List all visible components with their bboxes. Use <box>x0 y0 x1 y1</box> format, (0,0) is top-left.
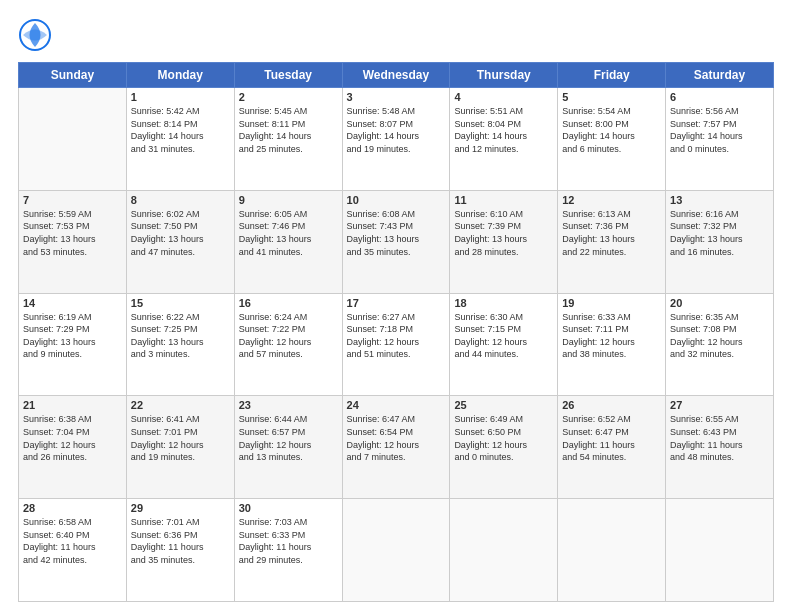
weekday-header-friday: Friday <box>558 63 666 88</box>
day-info: Sunrise: 7:03 AMSunset: 6:33 PMDaylight:… <box>239 516 338 566</box>
day-info: Sunrise: 6:44 AMSunset: 6:57 PMDaylight:… <box>239 413 338 463</box>
day-cell-27: 27Sunrise: 6:55 AMSunset: 6:43 PMDayligh… <box>666 396 774 499</box>
empty-cell <box>450 499 558 602</box>
day-number: 2 <box>239 91 338 103</box>
day-number: 6 <box>670 91 769 103</box>
day-cell-1: 1Sunrise: 5:42 AMSunset: 8:14 PMDaylight… <box>126 88 234 191</box>
day-number: 4 <box>454 91 553 103</box>
weekday-header-saturday: Saturday <box>666 63 774 88</box>
day-number: 24 <box>347 399 446 411</box>
weekday-header-sunday: Sunday <box>19 63 127 88</box>
day-cell-5: 5Sunrise: 5:54 AMSunset: 8:00 PMDaylight… <box>558 88 666 191</box>
day-number: 30 <box>239 502 338 514</box>
day-info: Sunrise: 6:02 AMSunset: 7:50 PMDaylight:… <box>131 208 230 258</box>
day-number: 10 <box>347 194 446 206</box>
day-info: Sunrise: 6:05 AMSunset: 7:46 PMDaylight:… <box>239 208 338 258</box>
day-info: Sunrise: 5:59 AMSunset: 7:53 PMDaylight:… <box>23 208 122 258</box>
day-cell-28: 28Sunrise: 6:58 AMSunset: 6:40 PMDayligh… <box>19 499 127 602</box>
week-row-5: 28Sunrise: 6:58 AMSunset: 6:40 PMDayligh… <box>19 499 774 602</box>
week-row-4: 21Sunrise: 6:38 AMSunset: 7:04 PMDayligh… <box>19 396 774 499</box>
day-number: 21 <box>23 399 122 411</box>
day-number: 1 <box>131 91 230 103</box>
day-cell-10: 10Sunrise: 6:08 AMSunset: 7:43 PMDayligh… <box>342 190 450 293</box>
day-number: 19 <box>562 297 661 309</box>
day-number: 22 <box>131 399 230 411</box>
day-number: 20 <box>670 297 769 309</box>
day-number: 28 <box>23 502 122 514</box>
day-info: Sunrise: 6:41 AMSunset: 7:01 PMDaylight:… <box>131 413 230 463</box>
day-cell-25: 25Sunrise: 6:49 AMSunset: 6:50 PMDayligh… <box>450 396 558 499</box>
day-info: Sunrise: 5:42 AMSunset: 8:14 PMDaylight:… <box>131 105 230 155</box>
day-number: 11 <box>454 194 553 206</box>
day-info: Sunrise: 5:45 AMSunset: 8:11 PMDaylight:… <box>239 105 338 155</box>
day-cell-7: 7Sunrise: 5:59 AMSunset: 7:53 PMDaylight… <box>19 190 127 293</box>
weekday-header-thursday: Thursday <box>450 63 558 88</box>
day-info: Sunrise: 6:27 AMSunset: 7:18 PMDaylight:… <box>347 311 446 361</box>
day-cell-4: 4Sunrise: 5:51 AMSunset: 8:04 PMDaylight… <box>450 88 558 191</box>
empty-cell <box>19 88 127 191</box>
day-number: 17 <box>347 297 446 309</box>
header <box>18 18 774 52</box>
calendar-page: SundayMondayTuesdayWednesdayThursdayFrid… <box>0 0 792 612</box>
day-number: 9 <box>239 194 338 206</box>
day-cell-6: 6Sunrise: 5:56 AMSunset: 7:57 PMDaylight… <box>666 88 774 191</box>
day-info: Sunrise: 6:30 AMSunset: 7:15 PMDaylight:… <box>454 311 553 361</box>
weekday-header-row: SundayMondayTuesdayWednesdayThursdayFrid… <box>19 63 774 88</box>
day-cell-14: 14Sunrise: 6:19 AMSunset: 7:29 PMDayligh… <box>19 293 127 396</box>
day-number: 3 <box>347 91 446 103</box>
day-number: 7 <box>23 194 122 206</box>
day-number: 15 <box>131 297 230 309</box>
day-info: Sunrise: 5:51 AMSunset: 8:04 PMDaylight:… <box>454 105 553 155</box>
day-cell-26: 26Sunrise: 6:52 AMSunset: 6:47 PMDayligh… <box>558 396 666 499</box>
day-cell-22: 22Sunrise: 6:41 AMSunset: 7:01 PMDayligh… <box>126 396 234 499</box>
day-cell-19: 19Sunrise: 6:33 AMSunset: 7:11 PMDayligh… <box>558 293 666 396</box>
day-info: Sunrise: 6:19 AMSunset: 7:29 PMDaylight:… <box>23 311 122 361</box>
day-number: 14 <box>23 297 122 309</box>
day-info: Sunrise: 6:08 AMSunset: 7:43 PMDaylight:… <box>347 208 446 258</box>
day-info: Sunrise: 6:22 AMSunset: 7:25 PMDaylight:… <box>131 311 230 361</box>
day-cell-15: 15Sunrise: 6:22 AMSunset: 7:25 PMDayligh… <box>126 293 234 396</box>
day-cell-13: 13Sunrise: 6:16 AMSunset: 7:32 PMDayligh… <box>666 190 774 293</box>
day-info: Sunrise: 5:48 AMSunset: 8:07 PMDaylight:… <box>347 105 446 155</box>
day-info: Sunrise: 6:35 AMSunset: 7:08 PMDaylight:… <box>670 311 769 361</box>
empty-cell <box>666 499 774 602</box>
day-info: Sunrise: 6:38 AMSunset: 7:04 PMDaylight:… <box>23 413 122 463</box>
empty-cell <box>342 499 450 602</box>
weekday-header-monday: Monday <box>126 63 234 88</box>
day-number: 26 <box>562 399 661 411</box>
week-row-3: 14Sunrise: 6:19 AMSunset: 7:29 PMDayligh… <box>19 293 774 396</box>
logo <box>18 18 52 52</box>
logo-icon <box>18 18 52 52</box>
day-cell-20: 20Sunrise: 6:35 AMSunset: 7:08 PMDayligh… <box>666 293 774 396</box>
day-cell-9: 9Sunrise: 6:05 AMSunset: 7:46 PMDaylight… <box>234 190 342 293</box>
day-cell-18: 18Sunrise: 6:30 AMSunset: 7:15 PMDayligh… <box>450 293 558 396</box>
day-number: 16 <box>239 297 338 309</box>
day-info: Sunrise: 5:54 AMSunset: 8:00 PMDaylight:… <box>562 105 661 155</box>
day-number: 12 <box>562 194 661 206</box>
day-cell-24: 24Sunrise: 6:47 AMSunset: 6:54 PMDayligh… <box>342 396 450 499</box>
day-number: 5 <box>562 91 661 103</box>
day-info: Sunrise: 6:13 AMSunset: 7:36 PMDaylight:… <box>562 208 661 258</box>
weekday-header-wednesday: Wednesday <box>342 63 450 88</box>
day-cell-23: 23Sunrise: 6:44 AMSunset: 6:57 PMDayligh… <box>234 396 342 499</box>
day-info: Sunrise: 6:58 AMSunset: 6:40 PMDaylight:… <box>23 516 122 566</box>
day-info: Sunrise: 6:47 AMSunset: 6:54 PMDaylight:… <box>347 413 446 463</box>
day-number: 29 <box>131 502 230 514</box>
day-cell-12: 12Sunrise: 6:13 AMSunset: 7:36 PMDayligh… <box>558 190 666 293</box>
week-row-2: 7Sunrise: 5:59 AMSunset: 7:53 PMDaylight… <box>19 190 774 293</box>
day-info: Sunrise: 5:56 AMSunset: 7:57 PMDaylight:… <box>670 105 769 155</box>
day-cell-8: 8Sunrise: 6:02 AMSunset: 7:50 PMDaylight… <box>126 190 234 293</box>
day-info: Sunrise: 6:33 AMSunset: 7:11 PMDaylight:… <box>562 311 661 361</box>
day-info: Sunrise: 6:55 AMSunset: 6:43 PMDaylight:… <box>670 413 769 463</box>
calendar-table: SundayMondayTuesdayWednesdayThursdayFrid… <box>18 62 774 602</box>
day-cell-21: 21Sunrise: 6:38 AMSunset: 7:04 PMDayligh… <box>19 396 127 499</box>
day-number: 27 <box>670 399 769 411</box>
day-cell-2: 2Sunrise: 5:45 AMSunset: 8:11 PMDaylight… <box>234 88 342 191</box>
day-number: 18 <box>454 297 553 309</box>
day-info: Sunrise: 7:01 AMSunset: 6:36 PMDaylight:… <box>131 516 230 566</box>
weekday-header-tuesday: Tuesday <box>234 63 342 88</box>
day-cell-29: 29Sunrise: 7:01 AMSunset: 6:36 PMDayligh… <box>126 499 234 602</box>
day-info: Sunrise: 6:16 AMSunset: 7:32 PMDaylight:… <box>670 208 769 258</box>
day-number: 13 <box>670 194 769 206</box>
day-cell-17: 17Sunrise: 6:27 AMSunset: 7:18 PMDayligh… <box>342 293 450 396</box>
